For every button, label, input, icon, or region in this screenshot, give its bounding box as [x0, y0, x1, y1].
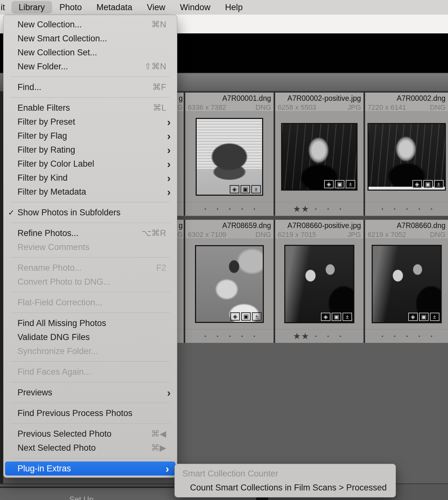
adjustments-badge-icon[interactable]: ± — [343, 313, 352, 321]
menubar-window[interactable]: Window — [173, 1, 218, 14]
rating-strip[interactable]: ★★ · · · — [275, 202, 363, 216]
crop-badge-icon[interactable]: ▣ — [423, 180, 433, 188]
menu-item-previous-selected-photo[interactable]: Previous Selected Photo ⌘◀ — [3, 427, 177, 441]
menu-separator — [10, 97, 170, 98]
menu-item-validate-dng-files[interactable]: Validate DNG Files — [3, 330, 177, 344]
menubar-item-label: Photo — [59, 3, 82, 12]
submenu-item-count-smart-collections[interactable]: Count Smart Collections in Film Scans > … — [175, 481, 396, 495]
menu-item-filter-by-preset[interactable]: Filter by Preset › — [3, 115, 177, 129]
adjustments-badge-icon[interactable]: ± — [252, 312, 261, 321]
menu-item-shortcut: ⇧⌘N — [144, 61, 166, 72]
menu-item-new-collection-set[interactable]: New Collection Set... — [3, 45, 177, 59]
menu-item-show-photos-in-subfolders[interactable]: ✓ Show Photos in Subfolders — [3, 205, 177, 219]
photo-filename: A7R08660-positive.jpg — [278, 221, 361, 230]
photo-cell[interactable]: A7R08660.dng 6219 x 7052DNG ◈ ▣ ± · · · … — [365, 220, 448, 343]
adjustments-badge-icon[interactable]: ± — [430, 313, 439, 321]
photo-cell[interactable]: A7R00001.dng 6336 x 7382DNG ◈ ▣ ± · · · … — [185, 93, 274, 216]
menu-item-label: Rename Photo... — [17, 263, 82, 273]
photo-thumbnail[interactable]: ◈ ▣ ± — [372, 245, 442, 323]
menu-item-filter-by-metadata[interactable]: Filter by Metadata › — [3, 185, 177, 199]
photo-cell[interactable]: A7R08660-positive.jpg 6219 x 7015JPG ◈ ▣… — [275, 220, 363, 343]
photo-cell[interactable]: A7R00002-positive.jpg 6258 x 5503JPG ◈ ▣… — [275, 93, 363, 216]
menubar-edit-partial[interactable]: it — [0, 1, 11, 14]
menu-item-shortcut: ⌘N — [152, 19, 166, 30]
menu-item-refine-photos[interactable]: Refine Photos... ⌥⌘R — [3, 226, 177, 240]
menu-item-previews[interactable]: Previews › — [3, 385, 177, 399]
menu-item-shortcut: ⌘◀ — [151, 429, 166, 439]
menubar-photo[interactable]: Photo — [52, 1, 89, 14]
menubar-metadata[interactable]: Metadata — [89, 1, 140, 14]
keyword-tag-badge-icon[interactable]: ◈ — [412, 180, 422, 188]
rating-strip[interactable]: ★★ · · · — [275, 329, 363, 343]
photo-cell[interactable]: A7R00002.dng 7220 x 6141DNG ◈ ▣ ± · · · … — [365, 93, 448, 216]
photo-thumbnail[interactable]: ◈ ▣ ± — [195, 245, 264, 323]
photo-thumbnail[interactable]: ◈ ▣ ± — [368, 123, 446, 191]
submenu-arrow-icon: › — [167, 116, 171, 127]
menu-item-label: Find... — [17, 82, 41, 92]
menu-item-plug-in-extras[interactable]: Plug-in Extras › — [5, 462, 175, 476]
menu-separator — [10, 292, 170, 292]
keyword-tag-badge-icon[interactable]: ◈ — [230, 312, 240, 321]
rating-strip[interactable]: · · · · · — [365, 329, 448, 343]
menu-item-new-collection[interactable]: New Collection... ⌘N — [3, 17, 177, 31]
photo-thumbnail[interactable]: ◈ ▣ ± — [196, 118, 263, 196]
keyword-tag-badge-icon[interactable]: ◈ — [230, 185, 239, 193]
menu-item-label: Find All Missing Photos — [17, 318, 106, 328]
grid-row-separator — [177, 216, 448, 220]
crop-badge-icon[interactable]: ▣ — [335, 180, 344, 188]
menubar-library[interactable]: Library — [11, 1, 52, 14]
menu-item-label: Filter by Preset — [17, 117, 75, 127]
menu-item-label: Filter by Metadata — [17, 187, 86, 197]
crop-badge-icon[interactable]: ▣ — [241, 185, 250, 193]
photo-thumbnail[interactable]: ◈ ▣ ± — [284, 245, 354, 323]
crop-badge-icon[interactable]: ▣ — [332, 313, 341, 321]
menubar-item-label: View — [147, 3, 165, 12]
photo-cell[interactable]: A7R08659.dng 6302 x 7109DNG ◈ ▣ ± · · · … — [185, 220, 274, 343]
photo-area: ◈ ▣ ± — [365, 239, 448, 329]
menubar-item-label: it — [1, 3, 5, 12]
menu-item-label: Synchronize Folder... — [17, 346, 98, 356]
keyword-tag-badge-icon[interactable]: ◈ — [321, 313, 330, 321]
photo-dimensions: 6336 x 7382 — [188, 103, 226, 112]
photo-thumbnail[interactable]: ◈ ▣ ± — [281, 123, 357, 191]
rating-strip[interactable]: · · · · · — [185, 329, 274, 343]
menu-item-label: Enable Filters — [17, 103, 70, 113]
partial-photo-cell: g G — [177, 220, 184, 343]
grid-row-1: g G A7R00001.dng 6336 x 7382DNG ◈ ▣ ± — [177, 93, 448, 216]
menu-item-shortcut: ⌥⌘R — [141, 228, 166, 238]
menu-item-filter-by-rating[interactable]: Filter by Rating › — [3, 143, 177, 157]
adjustments-badge-icon[interactable]: ± — [346, 180, 355, 188]
menu-bar: it Library Photo Metadata View Window He… — [0, 0, 448, 15]
menu-item-label: Review Comments — [17, 242, 90, 252]
menubar-view[interactable]: View — [139, 1, 173, 14]
menu-item-find-all-missing-photos[interactable]: Find All Missing Photos — [3, 316, 177, 330]
crop-badge-icon[interactable]: ▣ — [419, 313, 429, 321]
menu-item-filter-by-color-label[interactable]: Filter by Color Label › — [3, 157, 177, 171]
menu-item-find-previous-process-photos[interactable]: Find Previous Process Photos — [3, 406, 177, 420]
filename-fragment: g — [177, 94, 183, 103]
adjustments-badge-icon[interactable]: ± — [251, 185, 261, 193]
menu-item-new-folder[interactable]: New Folder... ⇧⌘N — [3, 59, 177, 73]
menu-item-label: Previous Selected Photo — [17, 429, 112, 439]
menu-item-label: Filter by Flag — [17, 131, 67, 141]
rating-strip[interactable]: · · · · · — [365, 202, 448, 216]
rating-dots: · · · · · — [202, 205, 260, 213]
rating-strip[interactable]: · · · · · — [185, 202, 274, 216]
menubar-help[interactable]: Help — [218, 1, 250, 14]
adjustments-badge-icon[interactable]: ± — [434, 180, 444, 188]
menu-item-new-smart-collection[interactable]: New Smart Collection... — [3, 31, 177, 45]
crop-badge-icon[interactable]: ▣ — [241, 312, 251, 321]
menu-separator — [10, 403, 170, 403]
keyword-tag-badge-icon[interactable]: ◈ — [408, 313, 418, 321]
menu-item-enable-filters[interactable]: Enable Filters ⌘L — [3, 101, 177, 115]
photo-filename: A7R00001.dng — [188, 94, 271, 103]
menu-item-find[interactable]: Find... ⌘F — [3, 80, 177, 94]
menu-item-filter-by-kind[interactable]: Filter by Kind › — [3, 171, 177, 185]
keyword-tag-badge-icon[interactable]: ◈ — [324, 180, 334, 188]
submenu-arrow-icon: › — [167, 387, 171, 398]
menu-item-next-selected-photo[interactable]: Next Selected Photo ⌘▶ — [3, 441, 177, 455]
menu-item-shortcut: ⌘F — [153, 82, 166, 92]
set-up-button[interactable]: Set Up... — [69, 495, 100, 500]
menu-item-filter-by-flag[interactable]: Filter by Flag › — [3, 129, 177, 143]
menu-item-label: Filter by Rating — [17, 145, 75, 155]
